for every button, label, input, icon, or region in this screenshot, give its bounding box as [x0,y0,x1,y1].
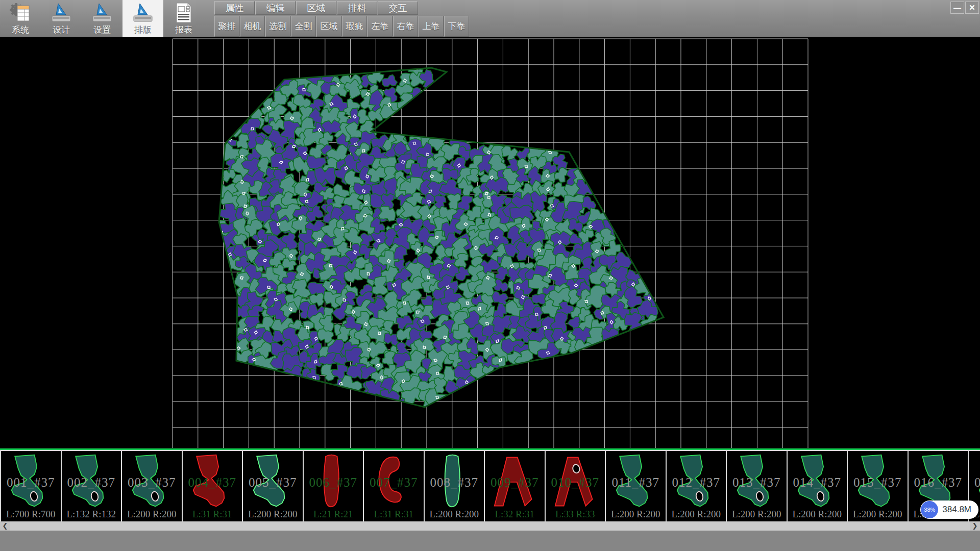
piece-lr-count: L:31 R:31 [183,509,242,520]
app-button-nesting[interactable]: 排版 [122,0,163,37]
menu-item-nest[interactable]: 排料 [337,1,377,15]
piece-thumbnail-strip: 001_#37L:700 R:700 002_#37L:132 R:132 00… [0,448,980,521]
piece-id-label: 010_#37 [546,475,605,490]
tool-button-defect[interactable]: 瑕疵 [342,16,367,37]
piece-lr-count: L:32 R:31 [485,509,545,520]
menu-bar: 属性编辑区域排料交互 [214,1,419,15]
piece-id-label: 014_#37 [788,475,847,490]
minimize-button[interactable]: — [950,2,964,14]
piece-thumbnail-003_#37[interactable]: 003_#37L:200 R:200 [122,450,183,521]
ruler-icon [50,1,73,24]
tool-button-snap-up[interactable]: 上靠 [419,16,444,37]
canvas-svg [0,37,980,448]
tool-button-snap-right[interactable]: 右靠 [393,16,418,37]
piece-thumbnail-001_#37[interactable]: 001_#37L:700 R:700 [0,450,62,521]
report-icon [172,1,195,24]
piece-lr-count: L:200 R:200 [425,509,484,520]
piece-thumbnail-008_#37[interactable]: 008_#37L:200 R:200 [425,450,485,521]
app-button-label: 报表 [175,24,192,36]
piece-lr-count: L:200 R:200 [667,509,726,520]
memory-value: 384.8M [942,505,971,515]
tool-button-select-cut[interactable]: 选割 [265,16,290,37]
piece-id-label: 008_#37 [425,475,484,490]
piece-thumbnail-007_#37[interactable]: 007_#37L:31 R:31 [364,450,425,521]
memory-usage-badge: 38% 384.8M [920,500,978,519]
piece-id-label: 007_#37 [364,475,424,490]
piece-lr-count: L:200 R:200 [788,509,847,520]
piece-lr-count: L:200 R:200 [848,509,908,520]
app-button-label: 排版 [134,24,152,36]
piece-lr-count: L:33 R:33 [546,509,605,520]
app-button-label: 设计 [53,24,70,36]
tool-button-cut-all[interactable]: 全割 [291,16,316,37]
piece-thumbnail-004_#37[interactable]: 004_#37L:31 R:31 [183,450,243,521]
piece-id-label: 003_#37 [122,475,182,490]
piece-thumbnail-012_#37[interactable]: 012_#37L:200 R:200 [667,450,727,521]
app-button-label: 系统 [12,24,29,36]
piece-thumbnail-014_#37[interactable]: 014_#37L:200 R:200 [788,450,848,521]
piece-lr-count: L:200 R:200 [122,509,182,520]
app-button-design[interactable]: 设计 [41,0,82,37]
piece-thumbnail-006_#37[interactable]: 006_#37L:21 R:21 [304,450,364,521]
title-bar: 系统 设计 设置 排版 报表 属性编辑区域排料交互 聚排相机选割全割区域瑕疵左靠… [0,0,980,37]
piece-thumbnail-002_#37[interactable]: 002_#37L:132 R:132 [62,450,122,521]
tool-button-snap-down[interactable]: 下靠 [444,16,469,37]
app-button-report[interactable]: 报表 [163,0,204,37]
piece-id-label: 002_#37 [62,475,121,490]
nesting-canvas[interactable] [0,37,980,448]
piece-id-label: 012_#37 [667,475,726,490]
app-button-system[interactable]: 系统 [0,0,41,37]
system-icon [9,1,32,24]
piece-id-label: 013_#37 [727,475,787,490]
piece-lr-count: L:700 R:700 [1,509,61,520]
status-bar [0,531,980,551]
window-controls: — ✕ [949,2,979,14]
piece-id-label: 017_#37 [969,475,980,490]
scroll-right-arrow-icon[interactable]: ❯ [970,521,980,531]
piece-lr-count: L:200 R:200 [606,509,666,520]
menu-item-interact[interactable]: 交互 [378,1,418,15]
piece-lr-count: L:31 R:31 [364,509,424,520]
piece-id-label: 011_#37 [606,475,666,490]
piece-thumbnail-009_#37[interactable]: 009_#37L:32 R:31 [485,450,546,521]
menu-item-properties[interactable]: 属性 [214,1,255,15]
menu-item-edit[interactable]: 编辑 [255,1,296,15]
piece-thumbnail-005_#37[interactable]: 005_#37L:200 R:200 [243,450,304,521]
piece-lr-count: L:21 R:21 [304,509,363,520]
piece-id-label: 006_#37 [304,475,363,490]
tool-button-snap-left[interactable]: 左靠 [368,16,393,37]
piece-lr-count: L:132 R:132 [62,509,121,520]
piece-lr-count: L:200 R:200 [727,509,787,520]
tool-button-camera[interactable]: 相机 [240,16,265,37]
piece-thumbnail-013_#37[interactable]: 013_#37L:200 R:200 [727,450,788,521]
horizontal-scrollbar[interactable]: ❮ ❯ [0,521,980,531]
app-toolbar: 系统 设计 设置 排版 报表 [0,0,204,37]
piece-id-label: 001_#37 [1,475,61,490]
app-button-settings[interactable]: 设置 [82,0,122,37]
piece-id-label: 004_#37 [183,475,242,490]
close-button[interactable]: ✕ [965,2,979,14]
piece-id-label: 015_#37 [848,475,908,490]
menu-item-region[interactable]: 区域 [296,1,336,15]
piece-id-label: 009_#37 [485,475,545,490]
ruler-icon [131,1,155,24]
piece-thumbnail-010_#37[interactable]: 010_#37L:33 R:33 [546,450,606,521]
scroll-left-arrow-icon[interactable]: ❮ [0,521,10,531]
tool-button-region[interactable]: 区域 [316,16,341,37]
piece-lr-count: L:200 R:200 [243,509,303,520]
piece-id-label: 005_#37 [243,475,303,490]
tool-bar: 聚排相机选割全割区域瑕疵左靠右靠上靠下靠 [214,16,470,37]
tool-button-cluster-nest[interactable]: 聚排 [214,16,239,37]
piece-id-label: 016_#37 [909,475,968,490]
piece-thumbnail-011_#37[interactable]: 011_#37L:200 R:200 [606,450,667,521]
app-button-label: 设置 [93,24,111,36]
ruler-icon [90,1,114,24]
usage-percent-indicator: 38% [921,501,938,518]
piece-thumbnail-015_#37[interactable]: 015_#37L:200 R:200 [848,450,909,521]
